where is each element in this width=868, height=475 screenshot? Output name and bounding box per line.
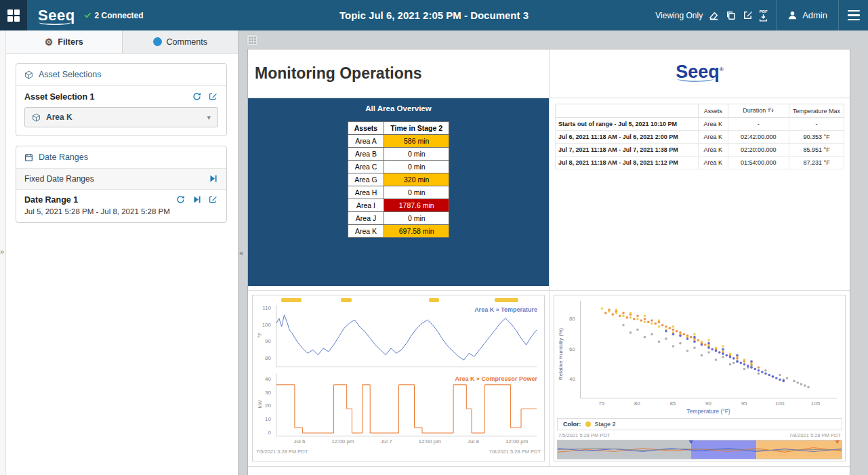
trend-chart[interactable]: Area K » Temperature 8090100110 °F Area … xyxy=(252,295,545,461)
pdf-export-icon[interactable]: PDF xyxy=(759,9,768,22)
range-end-timestamp: 7/8/2021 5:28 PM PDT xyxy=(789,432,841,438)
x-axis-ticks: Jul 612:00 pmJul 712:00 pmJul 812:00 pm xyxy=(276,438,537,447)
tab-filters[interactable]: ⚙ Filters xyxy=(6,30,123,53)
capsule-lane xyxy=(276,298,537,302)
user-label: Admin xyxy=(802,10,827,20)
table-row: Area A586 min xyxy=(348,135,449,148)
table-row: Area G320 min xyxy=(348,173,449,186)
table-row: Area I1787.6 min xyxy=(348,199,449,212)
stage-time-cell: 320 min xyxy=(384,173,449,186)
temperature-plot xyxy=(276,305,537,367)
range-start-timestamp: 7/5/2021 5:28 PM PDT xyxy=(558,432,610,438)
table-row: Area H0 min xyxy=(348,186,449,199)
column-header-temperature: Temperature Max xyxy=(789,104,844,118)
refresh-icon[interactable] xyxy=(192,92,202,102)
legend-entry: Stage 2 xyxy=(595,421,616,428)
edit-icon[interactable] xyxy=(209,195,218,205)
asset-dropdown[interactable]: Area K ▾ xyxy=(24,107,218,127)
chevron-down-icon: ▾ xyxy=(207,113,211,122)
capsule-table: Assets Duration Temperature Max Starts o… xyxy=(555,104,844,169)
sidebar: » ⚙ Filters Comments Asset Selections xyxy=(0,30,239,475)
edit-icon[interactable] xyxy=(209,92,218,102)
hamburger-menu-button[interactable] xyxy=(838,0,868,30)
collapse-sidebar-chevron-icon[interactable]: « xyxy=(239,249,243,257)
date-range-value: Jul 5, 2021 5:28 PM - Jul 8, 2021 5:28 P… xyxy=(24,207,218,215)
expand-panel-chevron-icon[interactable]: » xyxy=(0,247,4,255)
page-title: Monitoring Operations xyxy=(248,49,549,83)
power-plot xyxy=(276,374,537,436)
tab-comments[interactable]: Comments xyxy=(123,30,239,53)
sort-icon[interactable] xyxy=(768,107,774,115)
comment-icon xyxy=(153,37,162,46)
sidebar-tabs: ⚙ Filters Comments xyxy=(6,30,238,54)
tab-comments-label: Comments xyxy=(167,37,207,47)
scatter-plot-area xyxy=(580,301,837,398)
date-range-label: Date Range 1 xyxy=(24,195,78,205)
table-row: Jul 7, 2021 11:18 AM - Jul 7, 2021 1:38 … xyxy=(556,144,844,157)
column-header-assets: Assets xyxy=(698,104,728,118)
timeline-overview-strip[interactable] xyxy=(557,440,842,459)
presentation-mode-icon[interactable] xyxy=(708,9,720,21)
check-icon xyxy=(84,11,91,18)
connection-label: 2 Connected xyxy=(95,11,144,20)
stage-time-cell: 1787.6 min xyxy=(384,199,449,212)
legend-swatch xyxy=(585,421,591,427)
y-axis-unit: °F xyxy=(257,329,263,342)
date-ranges-card: Date Ranges Fixed Date Ranges Date Range… xyxy=(16,146,227,223)
column-header: Assets xyxy=(348,122,384,135)
table-row: Area K697.58 min xyxy=(348,225,449,238)
step-to-end-icon[interactable] xyxy=(209,174,218,184)
stage-time-cell: 0 min xyxy=(384,186,449,199)
topic-document: Monitoring Operations Seeq® All Area Ove… xyxy=(247,49,850,475)
range-end-timestamp: 7/8/2021 5:28 PM PDT xyxy=(489,449,541,455)
asset-dropdown-value: Area K xyxy=(46,112,73,122)
stage-time-cell: 0 min xyxy=(384,148,449,161)
stage-time-cell: 697.58 min xyxy=(384,225,449,238)
connection-status[interactable]: 2 Connected xyxy=(85,11,144,20)
app-switcher-button[interactable] xyxy=(0,0,27,30)
seeq-logo: Seeq® xyxy=(676,62,723,83)
drag-handle-icon[interactable] xyxy=(247,35,258,46)
main-area: « Monitoring Operations Seeq® All Area O… xyxy=(239,30,868,475)
next-row xyxy=(248,467,850,475)
edit-icon[interactable] xyxy=(742,9,753,21)
column-header-duration[interactable]: Duration xyxy=(728,104,789,118)
stage-time-cell: 0 min xyxy=(384,161,449,173)
x-axis-ticks: 7580859095100105 xyxy=(580,400,837,407)
scatter-chart[interactable]: Relative Humidity (%) 406080 75808590951… xyxy=(554,295,846,461)
user-menu[interactable]: Admin xyxy=(776,0,838,30)
date-range-item: Date Range 1 xyxy=(16,190,226,222)
refresh-icon[interactable] xyxy=(176,195,186,205)
cube-icon xyxy=(24,70,33,79)
fixed-date-ranges-label: Fixed Date Ranges xyxy=(24,174,94,184)
date-ranges-title: Date Ranges xyxy=(39,152,88,162)
step-to-end-icon[interactable] xyxy=(192,195,202,205)
y-axis-ticks: 406080 xyxy=(557,301,577,398)
asset-selections-card: Asset Selections Asset Selection 1 xyxy=(16,63,227,136)
viewing-only-label: Viewing Only xyxy=(655,11,703,20)
asset-selection-label: Asset Selection 1 xyxy=(24,92,95,102)
table-row: Area B0 min xyxy=(348,148,449,161)
asset-selections-title: Asset Selections xyxy=(39,70,101,79)
overview-title: All Area Overview xyxy=(248,98,549,112)
calendar-icon xyxy=(24,153,33,162)
stage-time-cell: 586 min xyxy=(384,135,449,148)
y-axis-power: 010203040 xyxy=(253,374,273,436)
table-row: Area J0 min xyxy=(348,212,449,225)
stage-time-cell: 0 min xyxy=(384,212,449,225)
table-row: Starts out of range - Jul 5, 2021 10:10 … xyxy=(556,118,844,131)
cube-icon xyxy=(32,113,41,122)
overview-table: Assets Time in Stage 2 Area A586 min Are… xyxy=(348,121,449,238)
seeq-logo[interactable]: Seeq xyxy=(38,7,75,24)
y-axis-temperature: 8090100110 xyxy=(253,305,273,367)
y-axis-unit: kW xyxy=(257,398,263,411)
copy-icon[interactable] xyxy=(725,9,737,21)
table-row: Area C0 min xyxy=(348,161,449,173)
legend-title: Color: xyxy=(563,421,581,428)
table-row: Jul 8, 2021 11:18 AM - Jul 8, 2021 1:12 … xyxy=(556,157,844,169)
table-row: Jul 6, 2021 11:18 AM - Jul 6, 2021 2:00 … xyxy=(556,131,844,144)
user-icon xyxy=(787,10,798,20)
x-axis-label: Temperature (°F) xyxy=(580,408,837,415)
column-header: Time in Stage 2 xyxy=(384,122,449,135)
tab-filters-label: Filters xyxy=(58,37,83,47)
